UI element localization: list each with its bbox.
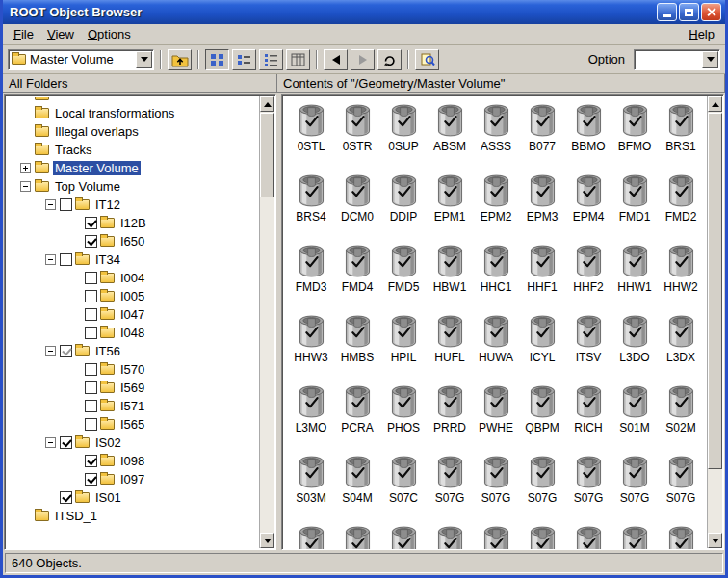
volume-item-s07c[interactable]: S07C xyxy=(380,454,427,524)
volume-item-s07g[interactable]: S07G xyxy=(427,454,473,524)
volume-item-b077[interactable]: B077 xyxy=(519,102,565,172)
volume-item-ddip[interactable]: DDIP xyxy=(380,172,427,243)
volume-item-fmd4[interactable]: FMD4 xyxy=(334,243,380,313)
volume-item-hhf1[interactable]: HHF1 xyxy=(519,243,565,313)
volume-item[interactable] xyxy=(380,524,427,549)
tree-item-master-volume[interactable]: Master Volume xyxy=(7,159,258,177)
volume-item-s07g[interactable]: S07G xyxy=(611,454,658,524)
panel-splitter[interactable] xyxy=(277,94,280,550)
tree-item-i005[interactable]: I005 xyxy=(7,287,258,305)
visibility-checkbox[interactable] xyxy=(60,491,72,504)
volume-item-s04m[interactable]: S04M xyxy=(334,454,380,524)
menu-file[interactable]: File xyxy=(7,25,40,43)
volume-item-0stl[interactable]: 0STL xyxy=(288,102,334,172)
tree-item-it56[interactable]: IT56 xyxy=(7,342,258,360)
volume-item-hufl[interactable]: HUFL xyxy=(427,313,473,383)
volume-item-pcra[interactable]: PCRA xyxy=(334,383,380,454)
tree-item-itsd-1[interactable]: ITSD_1 xyxy=(7,507,258,525)
volume-item-pwhe[interactable]: PWHE xyxy=(473,383,519,454)
volume-item-icyl[interactable]: ICYL xyxy=(519,313,565,383)
collapse-icon[interactable] xyxy=(45,437,56,448)
option-dropdown-button[interactable] xyxy=(702,51,718,68)
scroll-up-button[interactable] xyxy=(708,96,722,112)
tree-item-i048[interactable]: I048 xyxy=(7,324,258,342)
close-button[interactable] xyxy=(701,3,721,21)
menu-view[interactable]: View xyxy=(40,25,81,43)
volume-item[interactable] xyxy=(334,524,380,549)
visibility-checkbox[interactable] xyxy=(85,235,97,248)
volume-item-fmd5[interactable]: FMD5 xyxy=(380,243,427,313)
volume-item-hhw1[interactable]: HHW1 xyxy=(611,243,658,313)
volume-item[interactable] xyxy=(658,524,704,549)
volume-item-prrd[interactable]: PRRD xyxy=(427,383,473,454)
tool-button[interactable] xyxy=(415,49,439,70)
scrollbar-thumb[interactable] xyxy=(708,113,722,469)
volume-item-s07g[interactable]: S07G xyxy=(473,454,519,524)
contents-scrollbar[interactable] xyxy=(707,96,722,548)
volume-item-brs4[interactable]: BRS4 xyxy=(288,172,334,243)
titlebar[interactable]: ROOT Object Browser xyxy=(3,0,725,24)
volume-item-0str[interactable]: 0STR xyxy=(334,102,380,172)
tree-item-illegal-overlaps[interactable]: Illegal overlaps xyxy=(7,122,258,141)
back-button[interactable] xyxy=(324,49,348,70)
tree-item[interactable] xyxy=(7,97,258,104)
volume-item[interactable] xyxy=(473,524,519,549)
visibility-checkbox[interactable] xyxy=(85,473,97,486)
volume-item-hhc1[interactable]: HHC1 xyxy=(473,243,519,313)
menu-options[interactable]: Options xyxy=(81,25,138,43)
visibility-checkbox[interactable] xyxy=(85,308,97,321)
tree-item-local-transformations[interactable]: Local transformations xyxy=(7,104,258,122)
tree-item-is01[interactable]: IS01 xyxy=(7,488,258,507)
tree-item-it34[interactable]: IT34 xyxy=(7,250,258,269)
volume-item-s02m[interactable]: S02M xyxy=(658,383,704,454)
scroll-down-button[interactable] xyxy=(260,533,274,548)
scroll-down-button[interactable] xyxy=(708,533,722,548)
visibility-checkbox[interactable] xyxy=(85,217,97,229)
volume-item-0sup[interactable]: 0SUP xyxy=(380,102,427,172)
tree-item-i047[interactable]: I047 xyxy=(7,305,258,324)
volume-item-bfmo[interactable]: BFMO xyxy=(611,102,658,172)
collapse-icon[interactable] xyxy=(20,181,31,192)
visibility-checkbox[interactable] xyxy=(60,253,72,266)
tree-item-i569[interactable]: I569 xyxy=(7,379,258,397)
volume-item-hhw2[interactable]: HHW2 xyxy=(658,243,704,313)
menu-help[interactable]: Help xyxy=(682,25,721,43)
volume-item-epm2[interactable]: EPM2 xyxy=(473,172,519,243)
tree-item-i12b[interactable]: I12B xyxy=(7,214,258,232)
tree-item-it12[interactable]: IT12 xyxy=(7,196,258,214)
tree-item-i570[interactable]: I570 xyxy=(7,360,258,379)
volume-item[interactable] xyxy=(519,524,565,549)
volume-item[interactable] xyxy=(288,524,334,549)
volume-item-bbmo[interactable]: BBMO xyxy=(565,102,611,172)
tree-item-top-volume[interactable]: Top Volume xyxy=(7,177,258,196)
volume-item-hhf2[interactable]: HHF2 xyxy=(565,243,611,313)
visibility-checkbox[interactable] xyxy=(60,436,72,449)
volume-item-dcm0[interactable]: DCM0 xyxy=(334,172,380,243)
volume-item-itsv[interactable]: ITSV xyxy=(565,313,611,383)
volume-item-epm4[interactable]: EPM4 xyxy=(565,172,611,243)
folder-combobox[interactable]: Master Volume xyxy=(8,49,154,70)
visibility-checkbox[interactable] xyxy=(85,327,97,339)
visibility-checkbox[interactable] xyxy=(85,400,97,412)
tree-item-tracks[interactable]: Tracks xyxy=(7,141,258,159)
big-icons-view-button[interactable] xyxy=(205,49,229,70)
list-view-button[interactable] xyxy=(259,49,283,70)
volume-item-hhw3[interactable]: HHW3 xyxy=(288,313,334,383)
visibility-checkbox[interactable] xyxy=(85,418,97,431)
volume-item-hpil[interactable]: HPIL xyxy=(380,313,427,383)
small-icons-view-button[interactable] xyxy=(232,49,256,70)
refresh-button[interactable] xyxy=(377,49,402,70)
tree-item-i004[interactable]: I004 xyxy=(7,269,258,287)
visibility-checkbox[interactable] xyxy=(60,198,72,211)
visibility-checkbox[interactable] xyxy=(85,381,97,394)
visibility-checkbox[interactable] xyxy=(85,363,97,376)
minimize-button[interactable] xyxy=(657,3,677,21)
volume-item-fmd3[interactable]: FMD3 xyxy=(288,243,334,313)
collapse-icon[interactable] xyxy=(45,199,56,210)
volume-item-s07g[interactable]: S07G xyxy=(519,454,565,524)
volume-item-epm3[interactable]: EPM3 xyxy=(519,172,565,243)
visibility-checkbox[interactable] xyxy=(85,455,97,467)
tree-item-is02[interactable]: IS02 xyxy=(7,434,258,452)
volume-item-rich[interactable]: RICH xyxy=(565,383,611,454)
folder-up-button[interactable] xyxy=(168,49,192,70)
